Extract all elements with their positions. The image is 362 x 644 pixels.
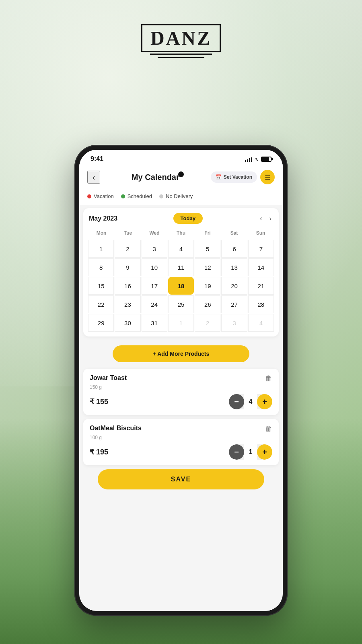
page-header: ‹ My Calendar 📅 Set Vacation ☰	[79, 166, 283, 190]
legend-scheduled: Scheduled	[121, 193, 152, 199]
calendar-day-25[interactable]: 25	[168, 295, 194, 313]
back-button[interactable]: ‹	[87, 171, 100, 184]
calendar-day-9[interactable]: 9	[115, 258, 140, 276]
month-label: May 2023	[89, 215, 117, 222]
calendar-grid: 1234567891011121314151617181920212223242…	[86, 240, 276, 332]
app-logo: DanZ	[141, 24, 221, 52]
calendar-day-18[interactable]: 18	[168, 277, 194, 295]
battery-fill	[262, 157, 269, 161]
qty-control-2: − 1 +	[229, 444, 272, 460]
day-fri: Fri	[194, 229, 221, 237]
delete-product-2-button[interactable]: 🗑	[265, 425, 272, 433]
signal-bar-2	[247, 159, 248, 162]
calendar-day-34[interactable]: 3	[221, 314, 247, 332]
product-card-1: Jowar Toast 🗑 150 g ₹ 155 − 4 +	[83, 369, 279, 415]
product-price-1: ₹ 155	[90, 397, 108, 406]
product-weight-1: 150 g	[90, 384, 272, 390]
set-vacation-label: Set Vacation	[224, 174, 252, 180]
logo-container: DanZ	[141, 24, 221, 52]
calendar-day-26[interactable]: 26	[195, 295, 220, 313]
calendar-day-16[interactable]: 16	[115, 277, 140, 295]
product-price-2: ₹ 195	[90, 448, 108, 456]
signal-bars-icon	[245, 156, 252, 162]
product-name-2: OatMeal Biscuits	[90, 425, 142, 432]
set-vacation-button[interactable]: 📅 Set Vacation	[211, 171, 257, 183]
qty-plus-1-button[interactable]: +	[257, 394, 272, 409]
calendar-day-32[interactable]: 1	[168, 314, 194, 332]
calendar-day-8[interactable]: 8	[88, 258, 114, 276]
calendar-day-22[interactable]: 22	[88, 295, 114, 313]
legend-no-delivery: No Delivery	[159, 193, 193, 199]
calendar-day-33[interactable]: 2	[195, 314, 220, 332]
add-more-products-button[interactable]: + Add More Products	[113, 345, 249, 362]
calendar-day-28[interactable]: 28	[248, 295, 274, 313]
qty-minus-1-button[interactable]: −	[229, 394, 244, 409]
calendar-day-2[interactable]: 2	[115, 240, 140, 258]
legend-vacation: Vacation	[87, 193, 114, 199]
calendar-day-10[interactable]: 10	[142, 258, 167, 276]
bottom-section: + Add More Products Jowar Toast 🗑 150 g …	[79, 340, 283, 503]
qty-control-1: − 4 +	[229, 394, 272, 409]
calendar-day-17[interactable]: 17	[142, 277, 167, 295]
calendar-day-29[interactable]: 29	[88, 314, 114, 332]
battery-icon	[261, 157, 272, 162]
save-button[interactable]: SAVE	[98, 469, 264, 489]
phone-screen: 9:41 ∿ ‹	[79, 150, 283, 611]
calendar-day-5[interactable]: 5	[195, 240, 220, 258]
next-month-button[interactable]: ›	[268, 214, 273, 223]
calendar-day-30[interactable]: 30	[115, 314, 140, 332]
product-footer-1: ₹ 155 − 4 +	[90, 394, 272, 409]
screen-content: 9:41 ∿ ‹	[79, 150, 283, 611]
product-footer-2: ₹ 195 − 1 +	[90, 444, 272, 460]
vacation-label: Vacation	[94, 193, 114, 199]
calendar-day-12[interactable]: 12	[195, 258, 220, 276]
day-mon: Mon	[88, 229, 115, 237]
calendar-day-27[interactable]: 27	[221, 295, 247, 313]
no-delivery-dot	[159, 194, 163, 198]
calendar-day-13[interactable]: 13	[221, 258, 247, 276]
delete-product-1-button[interactable]: 🗑	[265, 374, 272, 383]
calendar-day-23[interactable]: 23	[115, 295, 140, 313]
calendar-day-20[interactable]: 20	[221, 277, 247, 295]
scheduled-dot	[121, 194, 125, 198]
calendar-legend: Vacation Scheduled No Delivery	[79, 190, 283, 205]
calendar-day-31[interactable]: 31	[142, 314, 167, 332]
prev-month-button[interactable]: ‹	[258, 214, 263, 223]
product-card-2: OatMeal Biscuits 🗑 100 g ₹ 195 − 1 +	[83, 419, 279, 465]
calendar-header: May 2023 Today ‹ ›	[86, 213, 276, 229]
qty-plus-2-button[interactable]: +	[257, 444, 272, 460]
day-sat: Sat	[221, 229, 247, 237]
vacation-dot	[87, 194, 91, 198]
calendar-day-21[interactable]: 21	[248, 277, 274, 295]
calendar-day-24[interactable]: 24	[142, 295, 167, 313]
calendar-day-6[interactable]: 6	[221, 240, 247, 258]
day-thu: Thu	[168, 229, 194, 237]
calendar-day-11[interactable]: 11	[168, 258, 194, 276]
calendar-day-14[interactable]: 14	[248, 258, 274, 276]
calendar-day-15[interactable]: 15	[88, 277, 114, 295]
day-tue: Tue	[115, 229, 141, 237]
day-headers: Mon Tue Wed Thu Fri Sat Sun	[86, 229, 276, 237]
status-icons: ∿	[245, 156, 272, 162]
calendar-day-3[interactable]: 3	[142, 240, 167, 258]
product-weight-2: 100 g	[90, 435, 272, 440]
signal-bar-4	[251, 157, 252, 162]
header-actions: 📅 Set Vacation ☰	[211, 170, 275, 184]
calendar-day-35[interactable]: 4	[248, 314, 274, 332]
back-chevron-icon: ‹	[93, 173, 95, 182]
camera-notch	[178, 171, 184, 177]
day-wed: Wed	[141, 229, 168, 237]
calendar-day-1[interactable]: 1	[88, 240, 114, 258]
calendar-day-4[interactable]: 4	[168, 240, 194, 258]
day-sun: Sun	[247, 229, 274, 237]
trash-icon-2: 🗑	[265, 425, 272, 433]
status-time: 9:41	[90, 155, 103, 163]
trash-icon-1: 🗑	[265, 374, 272, 382]
calendar-day-7[interactable]: 7	[248, 240, 274, 258]
calendar-day-19[interactable]: 19	[195, 277, 220, 295]
qty-minus-2-button[interactable]: −	[229, 444, 244, 460]
today-button[interactable]: Today	[173, 213, 203, 224]
calendar-nav: ‹ ›	[258, 214, 273, 223]
menu-button[interactable]: ☰	[260, 170, 275, 184]
signal-bar-3	[249, 158, 250, 162]
